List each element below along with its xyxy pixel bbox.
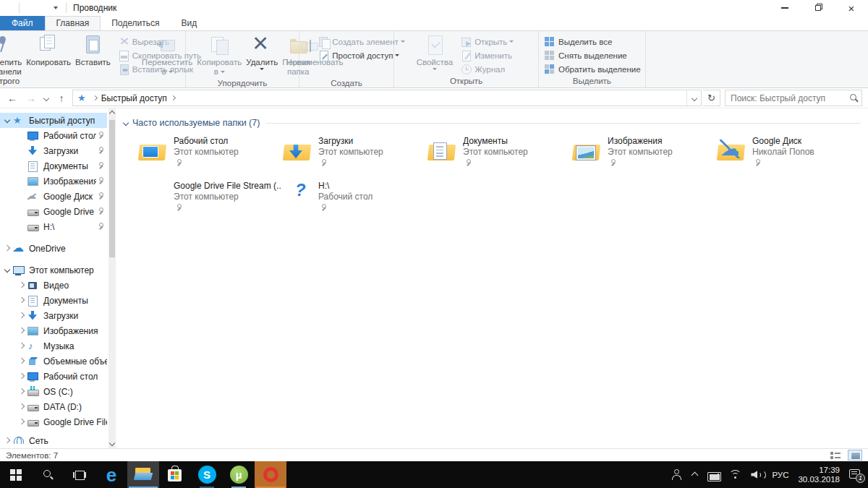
expander-icon[interactable] <box>17 326 27 335</box>
recent-locations-dropdown[interactable] <box>41 90 52 107</box>
expander-icon[interactable] <box>17 311 27 320</box>
scrollbar-thumb[interactable] <box>109 120 115 257</box>
expander-icon[interactable] <box>17 402 27 411</box>
sidebar-item[interactable]: H:\ <box>0 219 107 234</box>
sidebar-item[interactable]: Быстрый доступ <box>0 113 107 128</box>
task-view-button[interactable] <box>64 461 95 488</box>
ribbon-button[interactable]: Копировать <box>24 33 73 69</box>
expander-icon[interactable] <box>17 356 27 366</box>
expander-icon[interactable] <box>17 176 27 186</box>
ribbon-button[interactable]: Изменить <box>458 48 516 62</box>
scroll-up-icon[interactable] <box>109 111 115 116</box>
expander-icon[interactable] <box>3 265 12 275</box>
expander-icon[interactable] <box>3 436 12 444</box>
language-indicator[interactable]: РУС <box>772 471 788 479</box>
folder-tile[interactable]: Изображения Этот компьютер <box>570 135 715 173</box>
group-header[interactable]: Часто используемые папки (7) <box>122 118 861 128</box>
sidebar-item[interactable]: Загрузки <box>0 308 107 323</box>
folder-tile[interactable]: H:\ Рабочий стол <box>281 180 425 218</box>
store-button[interactable] <box>159 461 191 488</box>
qat-customize-dropdown[interactable] <box>49 1 62 14</box>
sidebar-item[interactable]: Сеть <box>0 436 107 444</box>
restore-button[interactable] <box>801 0 835 16</box>
tab-file[interactable]: Файл <box>0 16 45 30</box>
sidebar-item[interactable]: Google Диск <box>0 189 107 204</box>
tab[interactable]: Главная <box>45 16 101 30</box>
sidebar-item[interactable]: DATA (D:) <box>0 399 107 414</box>
back-button[interactable]: ← <box>3 90 22 107</box>
expander-icon[interactable] <box>17 222 27 231</box>
folder-tile[interactable]: Google Drive File Stream (... Этот компь… <box>136 180 281 218</box>
ribbon-button[interactable]: Свойства <box>414 33 456 72</box>
sidebar-item[interactable]: OneDrive <box>0 241 107 256</box>
breadcrumb-chevron-icon[interactable] <box>93 95 98 100</box>
volume-icon[interactable] <box>751 470 762 479</box>
wifi-icon[interactable] <box>729 470 741 479</box>
ribbon-button[interactable]: Переместить в <box>140 33 195 78</box>
expander-icon[interactable] <box>17 387 27 396</box>
people-icon[interactable] <box>671 469 682 481</box>
battery-icon[interactable] <box>707 471 720 479</box>
expander-icon[interactable] <box>17 372 27 381</box>
sidebar-item[interactable]: Этот компьютер <box>0 262 107 278</box>
sidebar-item[interactable]: OS (C:) <box>0 384 107 399</box>
ribbon-button[interactable]: Журнал <box>458 62 516 76</box>
sidebar-item[interactable]: Загрузки <box>0 143 107 158</box>
expander-icon[interactable] <box>17 417 27 427</box>
ribbon-button[interactable]: Выделить все <box>542 35 644 48</box>
folder-tile[interactable]: Загрузки Этот компьютер <box>281 135 425 173</box>
folder-tile[interactable]: Рабочий стол Этот компьютер <box>136 135 281 173</box>
ribbon-button[interactable]: Закрепить на панели быстрого доступа <box>0 33 24 97</box>
opera-button[interactable] <box>255 461 286 488</box>
ribbon-button[interactable]: Снять выделение <box>542 48 644 62</box>
expander-icon[interactable] <box>17 281 27 290</box>
show-hidden-icons-chevron[interactable] <box>692 471 698 478</box>
expander-icon[interactable] <box>17 146 27 155</box>
sidebar-item[interactable]: Объемные объекты <box>0 354 107 369</box>
expander-icon[interactable] <box>17 161 27 171</box>
ribbon-button[interactable]: Копировать в <box>195 33 244 78</box>
expander-icon[interactable] <box>17 192 27 201</box>
breadcrumb-chevron-icon[interactable] <box>171 95 176 100</box>
breadcrumb[interactable]: Быстрый доступ <box>101 93 167 103</box>
address-dropdown-button[interactable] <box>686 90 701 106</box>
sidebar-item[interactable]: Google Drive File <box>0 204 107 219</box>
sidebar-item[interactable]: Рабочий стол <box>0 369 107 384</box>
skype-button[interactable]: S <box>191 461 223 488</box>
expander-icon[interactable] <box>3 116 12 125</box>
refresh-button[interactable]: ↻ <box>703 90 720 106</box>
ribbon-button[interactable]: Удалить <box>244 33 280 72</box>
folder-tile[interactable]: Документы Этот компьютер <box>425 135 570 173</box>
close-button[interactable]: × <box>835 0 868 16</box>
up-button[interactable]: ↑ <box>52 90 71 107</box>
ribbon-button[interactable]: Новая папка <box>284 33 312 78</box>
sidebar-item[interactable]: Видео <box>0 278 107 293</box>
sidebar-item[interactable]: Изображения <box>0 174 107 189</box>
tab[interactable]: Вид <box>170 16 208 30</box>
sidebar-item[interactable]: Изображения <box>0 323 107 338</box>
forward-button[interactable]: → <box>22 90 41 107</box>
sidebar-item[interactable]: Документы <box>0 158 107 174</box>
qat-new-folder-button[interactable] <box>36 1 49 14</box>
file-explorer-button[interactable] <box>127 461 159 488</box>
ribbon-button[interactable]: Обратить выделение <box>542 62 644 76</box>
search-icon[interactable] <box>849 93 859 103</box>
tab[interactable]: Поделиться <box>101 16 170 30</box>
utorrent-button[interactable]: µ <box>223 461 255 488</box>
folder-tile[interactable]: Google Диск Николай Попов <box>715 135 859 173</box>
expander-icon[interactable] <box>17 207 27 216</box>
expander-icon[interactable] <box>3 244 12 253</box>
search-input[interactable] <box>731 93 849 103</box>
qat-properties-button[interactable] <box>23 1 36 14</box>
minimize-button[interactable] <box>768 0 801 16</box>
sidebar-item[interactable]: Документы <box>0 293 107 308</box>
scroll-down-icon[interactable] <box>109 440 115 446</box>
collapse-group-icon[interactable] <box>122 119 131 128</box>
ribbon-button[interactable]: Открыть <box>458 35 516 48</box>
edge-button[interactable]: e <box>95 461 127 488</box>
large-icons-view-button[interactable] <box>848 450 862 461</box>
expander-icon[interactable] <box>17 131 27 140</box>
sidebar-item[interactable]: Рабочий стол <box>0 128 107 143</box>
taskbar-clock[interactable]: 17:39 30.03.2018 <box>798 466 840 484</box>
sidebar-item[interactable]: Google Drive File Str <box>0 414 107 429</box>
